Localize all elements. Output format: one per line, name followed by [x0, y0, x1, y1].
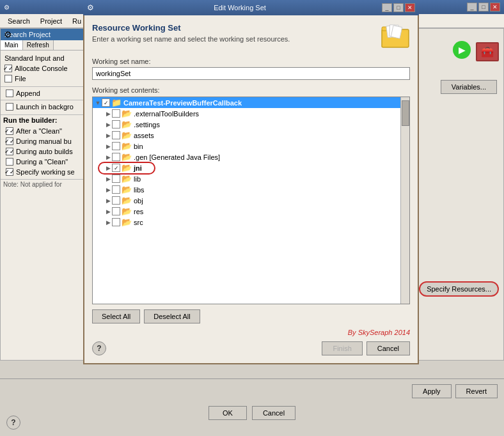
tree-item-libs[interactable]: ▶ 📂 libs: [93, 184, 409, 195]
tree-arrow-jni: ▶: [104, 164, 112, 172]
tree-scroll[interactable]: ▼ ✓ 📁 CameraTest-PreviewBufferCallback ▶…: [93, 97, 409, 304]
select-all-button[interactable]: Select All: [92, 309, 140, 323]
tree-checkbox-res[interactable]: [112, 207, 120, 215]
tree-arrow-lib: ▶: [104, 175, 112, 183]
tree-arrow-gen: ▶: [104, 153, 112, 161]
play-icon[interactable]: ▶: [453, 41, 471, 59]
cancel-main-button[interactable]: Cancel: [252, 406, 295, 420]
tree-label-external: .externalToolBuilders: [134, 110, 199, 118]
folder-icon-res: 📂: [122, 206, 132, 216]
tree-item-bin[interactable]: ▶ 📂 bin: [93, 141, 409, 152]
manual-build-item[interactable]: ✓ During manual bu: [3, 136, 83, 146]
tree-arrow-external: ▶: [104, 110, 112, 118]
append-checkbox[interactable]: [6, 90, 13, 97]
tab-refresh[interactable]: Refresh: [23, 40, 54, 50]
dialog-help-button[interactable]: ?: [92, 341, 106, 355]
tree-item-settings[interactable]: ▶ 📂 .settings: [93, 119, 409, 130]
eclipse-title-icon: ⚙: [4, 4, 10, 11]
tree-checkbox-assets[interactable]: [112, 131, 120, 139]
tree-item-assets[interactable]: ▶ 📂 assets: [93, 130, 409, 141]
maximize-button[interactable]: □: [478, 3, 489, 12]
specify-working-item[interactable]: ✓ Specify working se: [3, 167, 83, 177]
working-set-name-input[interactable]: [92, 67, 410, 80]
ok-button[interactable]: OK: [209, 406, 247, 420]
tree-arrow-assets: ▶: [104, 132, 112, 139]
specify-resources-button[interactable]: Specify Resources...: [419, 281, 499, 297]
tree-label-settings: .settings: [134, 121, 160, 128]
tree-scrollbar[interactable]: [400, 97, 409, 304]
tree-item-src[interactable]: ▶ 📂 src: [93, 217, 409, 228]
after-clean-checkbox[interactable]: ✓: [6, 127, 13, 135]
dialog-title-controls: _ □ ✕: [382, 3, 415, 12]
tree-checkbox-obj[interactable]: [112, 196, 120, 205]
tree-checkbox-src[interactable]: [112, 218, 120, 226]
tree-item-external[interactable]: ▶ 📂 .externalToolBuilders: [93, 108, 409, 119]
apply-button[interactable]: Apply: [412, 384, 452, 398]
manual-build-checkbox[interactable]: ✓: [6, 137, 13, 145]
dialog-maximize-button[interactable]: □: [393, 3, 404, 12]
launch-item[interactable]: Launch in backgro: [3, 102, 83, 112]
launch-label: Launch in backgro: [16, 103, 74, 111]
after-clean-item[interactable]: ✓ After a "Clean": [3, 126, 83, 136]
specify-working-checkbox[interactable]: ✓: [6, 168, 13, 176]
during-clean-checkbox[interactable]: [6, 158, 13, 166]
deselect-all-button[interactable]: Deselect All: [144, 309, 200, 323]
during-clean-item[interactable]: During a "Clean": [3, 157, 83, 167]
builder-options: ✓ After a "Clean" ✓ During manual bu ✓ D…: [1, 125, 86, 178]
help-bottom-icon[interactable]: ?: [6, 416, 20, 430]
tree-arrow-bin: ▶: [104, 143, 112, 150]
append-item[interactable]: Append: [3, 88, 83, 98]
left-tabs: Main Refresh: [1, 40, 86, 51]
variables-button[interactable]: Variables...: [441, 80, 497, 94]
tree-arrow-libs: ▶: [104, 186, 112, 194]
svg-rect-4: [391, 26, 402, 39]
allocate-console-item[interactable]: ✓ Allocate Console: [2, 63, 84, 74]
file-checkbox[interactable]: [4, 75, 12, 82]
standard-section: Standard Input and ✓ Allocate Console Fi…: [1, 51, 86, 87]
launch-checkbox[interactable]: [6, 103, 13, 111]
scrollbar-thumb[interactable]: [402, 100, 409, 126]
tree-checkbox-camera[interactable]: ✓: [102, 98, 110, 107]
tree-label-gen: .gen [Generated Java Files]: [134, 153, 220, 161]
auto-builds-item[interactable]: ✓ During auto builds: [3, 146, 83, 157]
menu-project[interactable]: Project: [35, 16, 67, 26]
folder-icon-src: 📂: [122, 217, 132, 227]
tree-arrow-src: ▶: [104, 219, 112, 226]
file-item[interactable]: File: [2, 74, 84, 84]
finish-button[interactable]: Finish: [322, 341, 362, 355]
tree-checkbox-gen[interactable]: [112, 153, 120, 161]
revert-button[interactable]: Revert: [455, 384, 498, 398]
tree-checkbox-settings[interactable]: [112, 120, 120, 128]
tree-item-lib[interactable]: ▶ 📂 lib: [93, 173, 409, 184]
dialog-minimize-button[interactable]: _: [382, 3, 392, 12]
tree-item-res[interactable]: ▶ 📂 res: [93, 206, 409, 217]
tree-label-libs: libs: [134, 186, 145, 194]
tree-label-assets: assets: [134, 132, 154, 139]
watermark-text: By SkySeraph 2014: [92, 329, 410, 336]
cancel-dialog-button[interactable]: Cancel: [366, 341, 410, 355]
close-button[interactable]: ✕: [490, 3, 500, 12]
tree-item-gen[interactable]: ▶ 📂 .gen [Generated Java Files]: [93, 152, 409, 162]
menu-search[interactable]: Search: [3, 16, 35, 26]
auto-builds-checkbox[interactable]: ✓: [6, 148, 13, 155]
action-buttons: Select All Deselect All: [92, 309, 410, 323]
tree-item-jni[interactable]: ▶ ✓ 📂 jni: [93, 162, 409, 173]
left-panel-title: Search Project: [1, 29, 86, 40]
tree-checkbox-jni[interactable]: ✓: [112, 164, 120, 172]
tree-item-camera[interactable]: ▼ ✓ 📁 CameraTest-PreviewBufferCallback: [93, 97, 409, 108]
run-builder-section: Run the builder:: [1, 114, 86, 125]
tree-label-obj: obj: [134, 197, 143, 205]
tree-checkbox-bin[interactable]: [112, 142, 120, 150]
tree-arrow-obj: ▶: [104, 197, 112, 205]
help-bottom-area[interactable]: ?: [6, 416, 20, 430]
tree-item-obj[interactable]: ▶ 📂 obj: [93, 195, 409, 206]
play-button-area[interactable]: ▶: [453, 41, 471, 59]
minimize-button[interactable]: _: [467, 3, 477, 12]
allocate-console-checkbox[interactable]: ✓: [4, 65, 12, 72]
tree-checkbox-libs[interactable]: [112, 185, 120, 194]
during-clean-label: During a "Clean": [16, 158, 68, 166]
tab-main[interactable]: Main: [1, 40, 23, 50]
tree-checkbox-lib[interactable]: [112, 175, 120, 183]
dialog-close-button[interactable]: ✕: [405, 3, 415, 12]
tree-checkbox-external[interactable]: [112, 109, 120, 118]
